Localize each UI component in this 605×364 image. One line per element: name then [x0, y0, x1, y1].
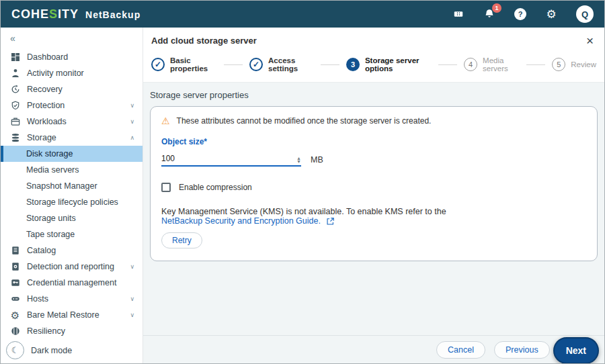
step-connector: [224, 64, 243, 65]
wizard-header: Add cloud storage server × ✓ Basic prope…: [143, 28, 604, 83]
step-number: 4: [464, 58, 477, 71]
logo-accent-s: S: [49, 7, 58, 21]
detection-doc-icon: [10, 262, 20, 272]
sidebar-item-media-servers[interactable]: Media servers: [1, 162, 143, 178]
wizard-footer: Cancel Previous Next: [143, 335, 604, 363]
topbar-icon-group: 1 ? ⚙ Q: [452, 5, 594, 23]
step-access-settings[interactable]: ✓ Access settings: [249, 56, 314, 73]
kms-guide-link[interactable]: NetBackup Security and Encryption Guide.: [161, 216, 321, 226]
sidebar-item-hosts[interactable]: Hosts ∨: [1, 291, 143, 307]
chevron-up-icon: ∧: [130, 134, 134, 141]
top-bar: COHESITY NetBackup 1 ? ⚙ Q: [1, 1, 604, 28]
step-storage-server-options[interactable]: 3 Storage server options: [346, 56, 432, 73]
enable-compression-label: Enable compression: [179, 183, 252, 192]
sidebar-item-storage-units[interactable]: Storage units: [1, 210, 143, 226]
chevron-down-icon: ∨: [130, 312, 134, 318]
catalog-book-icon: [10, 246, 20, 256]
step-review[interactable]: 5 Review: [552, 58, 596, 71]
moon-icon: ☾: [6, 341, 24, 359]
step-check-icon: ✓: [151, 58, 165, 71]
step-media-servers[interactable]: 4 Media servers: [464, 56, 520, 73]
sidebar-nav: « Dashboard Activity monitor Recovery Pr…: [1, 28, 143, 363]
chevron-down-icon: ∨: [130, 295, 134, 302]
sidebar-collapse-button[interactable]: «: [10, 33, 15, 44]
step-label: Review: [571, 60, 596, 69]
sidebar-item-bare-metal-restore[interactable]: ⚙ Bare Metal Restore ∨: [1, 307, 143, 323]
help-icon[interactable]: ?: [514, 8, 526, 20]
sidebar-item-disk-storage[interactable]: Disk storage: [1, 146, 143, 162]
notification-badge: 1: [492, 3, 501, 13]
step-number: 5: [552, 58, 565, 71]
retry-button[interactable]: Retry: [161, 232, 202, 248]
sidebar-item-label: Credential management: [27, 278, 116, 287]
object-size-unit: MB: [311, 155, 323, 167]
sidebar-item-activity-monitor[interactable]: Activity monitor: [1, 65, 143, 81]
logo-text-pre: COHE: [11, 7, 49, 21]
sidebar-item-snapshot-manager[interactable]: Snapshot Manager: [1, 178, 143, 194]
step-label: Media servers: [483, 56, 520, 73]
sidebar-item-label: Disk storage: [26, 149, 73, 158]
resiliency-icon: [10, 326, 20, 336]
dark-mode-label: Dark mode: [31, 346, 72, 355]
chevron-down-icon: ∨: [130, 118, 134, 125]
external-link-icon[interactable]: [326, 217, 335, 226]
cohesity-logo: COHESITY NetBackup: [11, 7, 140, 21]
next-button[interactable]: Next: [553, 337, 599, 364]
sidebar-item-label: Resiliency: [27, 326, 65, 336]
object-size-label: Object size*: [161, 137, 586, 146]
sidebar-item-label: Dashboard: [27, 52, 68, 62]
kms-status-text: Key Management Service (KMS) is not avai…: [161, 207, 446, 216]
sidebar-item-label: Catalog: [27, 246, 56, 255]
sidebar-item-tape-storage[interactable]: Tape storage: [1, 226, 143, 242]
sidebar-item-label: Storage units: [26, 214, 76, 223]
sidebar-item-resiliency[interactable]: Resiliency: [1, 323, 143, 339]
sidebar-item-label: Tape storage: [26, 230, 75, 239]
dashboard-icon: [10, 52, 20, 62]
shield-check-icon: [10, 101, 20, 111]
sidebar-item-storage[interactable]: Storage ∧: [1, 130, 143, 146]
step-number: 3: [346, 58, 360, 71]
sidebar-item-dashboard[interactable]: Dashboard: [1, 49, 143, 65]
sidebar-item-label: Protection: [27, 101, 65, 110]
sidebar-item-label: Activity monitor: [27, 69, 84, 78]
sidebar-item-workloads[interactable]: Workloads ∨: [1, 113, 143, 130]
hosts-server-icon: [10, 294, 20, 304]
page-title: Add cloud storage server: [151, 36, 257, 46]
main-panel: Add cloud storage server × ✓ Basic prope…: [143, 28, 604, 363]
settings-gear-icon[interactable]: ⚙: [545, 8, 557, 20]
previous-button[interactable]: Previous: [494, 341, 550, 359]
logo-text-post: ITY: [58, 7, 79, 21]
user-avatar[interactable]: Q: [576, 5, 594, 23]
storage-properties-card: ⚠ These attributes cannot be modified on…: [150, 106, 598, 261]
sidebar-item-label: Media servers: [26, 165, 79, 175]
product-name: NetBackup: [85, 9, 140, 20]
section-title: Storage server properties: [150, 90, 598, 100]
stepper-down-icon[interactable]: ▼: [296, 160, 301, 163]
license-ticket-icon[interactable]: [452, 8, 465, 20]
sidebar-item-storage-lifecycle-policies[interactable]: Storage lifecycle policies: [1, 194, 143, 210]
number-stepper[interactable]: ▲▼: [296, 156, 301, 163]
recovery-history-icon: [10, 85, 20, 95]
cancel-button[interactable]: Cancel: [436, 341, 485, 359]
dark-mode-toggle[interactable]: ☾ Dark mode: [6, 341, 72, 359]
object-size-input[interactable]: [161, 152, 301, 165]
wizard-body: Storage server properties ⚠ These attrib…: [143, 83, 604, 335]
step-connector: [526, 64, 545, 65]
credential-key-icon: [10, 278, 20, 288]
step-connector: [438, 64, 457, 65]
sidebar-item-label: Recovery: [27, 85, 63, 94]
warning-text: These attributes cannot be modified once…: [177, 116, 432, 126]
activity-monitor-icon: [10, 69, 20, 79]
sidebar-item-label: Storage lifecycle policies: [26, 197, 118, 207]
notifications-bell-icon[interactable]: 1: [483, 8, 495, 20]
sidebar-item-recovery[interactable]: Recovery: [1, 81, 143, 97]
sidebar-item-catalog[interactable]: Catalog: [1, 242, 143, 259]
sidebar-item-credential-management[interactable]: Credential management: [1, 275, 143, 291]
enable-compression-checkbox[interactable]: [161, 183, 171, 192]
step-basic-properties[interactable]: ✓ Basic properties: [151, 56, 217, 73]
step-label: Basic properties: [170, 56, 217, 73]
close-icon[interactable]: ×: [583, 34, 596, 47]
sidebar-item-protection[interactable]: Protection ∨: [1, 97, 143, 113]
sidebar-item-detection-and-reporting[interactable]: Detection and reporting ∨: [1, 259, 143, 275]
chevron-down-icon: ∨: [130, 102, 134, 109]
